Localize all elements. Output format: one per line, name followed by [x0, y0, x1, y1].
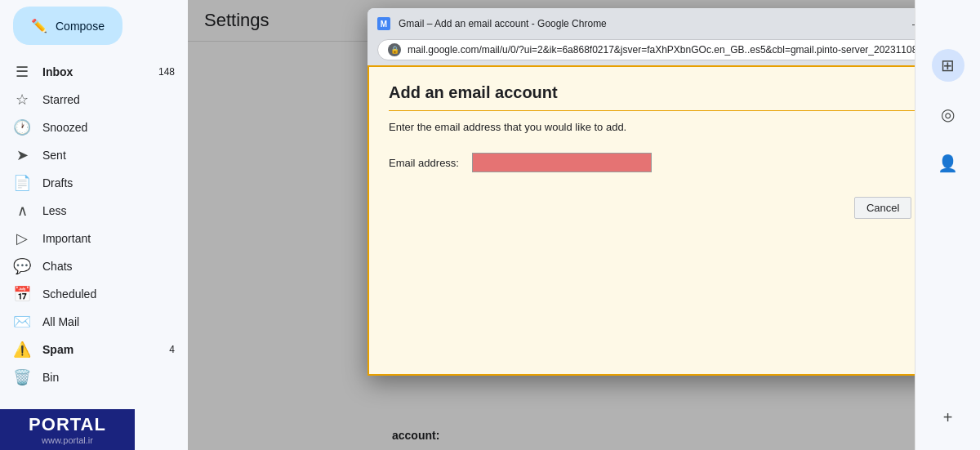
drafts-label: Drafts	[42, 176, 175, 189]
cancel-button[interactable]: Cancel	[854, 197, 911, 219]
chrome-title: Gmail – Add an email account - Google Ch…	[399, 18, 900, 29]
dialog-content: Add an email account Enter the email add…	[368, 65, 915, 376]
chrome-titlebar: M Gmail – Add an email account - Google …	[368, 8, 915, 39]
sent-label: Sent	[42, 149, 175, 162]
portal-badge: PORTAL www.portal.ir	[0, 409, 135, 450]
dialog-title: Add an email account	[389, 83, 915, 111]
chats-icon: 💬	[13, 257, 31, 275]
right-icon-grid[interactable]: ⊞	[932, 49, 964, 82]
snoozed-label: Snoozed	[42, 121, 175, 134]
chats-label: Chats	[42, 260, 175, 273]
sidebar-item-sent[interactable]: ➤ Sent	[0, 141, 188, 169]
allmail-label: All Mail	[42, 315, 175, 328]
important-label: Important	[42, 232, 175, 245]
sidebar-item-snoozed[interactable]: 🕐 Snoozed	[0, 114, 188, 141]
drafts-icon: 📄	[13, 174, 31, 192]
scheduled-icon: 📅	[13, 285, 31, 303]
dialog-subtitle: Enter the email address that you would l…	[389, 121, 915, 133]
dialog-buttons: Cancel Next »	[389, 197, 915, 219]
starred-icon: ☆	[13, 91, 31, 109]
right-icon-person[interactable]: 👤	[932, 147, 964, 180]
less-label: Less	[42, 204, 175, 217]
sidebar-item-inbox[interactable]: ☰ Inbox 148	[0, 58, 188, 86]
portal-url: www.portal.ir	[42, 435, 93, 445]
right-icon-plus[interactable]: +	[932, 401, 964, 434]
address-security-icon: 🔒	[388, 43, 401, 56]
email-input[interactable]	[472, 153, 652, 172]
right-icon-circle[interactable]: ◎	[932, 98, 964, 131]
bin-label: Bin	[42, 371, 175, 384]
sidebar-item-scheduled[interactable]: 📅 Scheduled	[0, 280, 188, 308]
inbox-icon: ☰	[13, 63, 31, 81]
inbox-badge: 148	[158, 66, 175, 78]
email-form-row: Email address:	[389, 153, 915, 172]
allmail-icon: ✉️	[13, 313, 31, 331]
sidebar-item-spam[interactable]: ⚠️ Spam 4	[0, 336, 188, 363]
spam-badge: 4	[169, 344, 175, 355]
favicon-letter: M	[381, 20, 387, 29]
chrome-favicon: M	[377, 17, 390, 30]
sidebar: ✏️ Compose ☰ Inbox 148 ☆ Starred 🕐 Snooz…	[0, 0, 188, 450]
scheduled-label: Scheduled	[42, 287, 175, 301]
right-panel: ⊞ ◎ 👤 +	[915, 0, 980, 450]
sidebar-item-starred[interactable]: ☆ Starred	[0, 86, 188, 114]
compose-label: Compose	[56, 20, 105, 33]
main-content: Settings le Workspace. edit info account…	[188, 0, 915, 450]
spam-label: Spam	[42, 343, 158, 356]
bin-icon: 🗑️	[13, 368, 31, 386]
chrome-controls: — ☐ ✕	[908, 14, 915, 33]
portal-name: PORTAL	[29, 414, 106, 435]
address-text: mail.google.com/mail/u/0/?ui=2&ik=6a868f…	[408, 44, 915, 56]
sent-icon: ➤	[13, 146, 31, 164]
compose-button[interactable]: ✏️ Compose	[13, 7, 122, 45]
chrome-window: M Gmail – Add an email account - Google …	[368, 8, 915, 376]
spam-icon: ⚠️	[13, 341, 31, 359]
minimize-button[interactable]: —	[908, 14, 915, 33]
sidebar-item-chats[interactable]: 💬 Chats	[0, 252, 188, 280]
important-icon: ▷	[13, 229, 31, 247]
sidebar-item-allmail[interactable]: ✉️ All Mail	[0, 308, 188, 336]
sidebar-item-important[interactable]: ▷ Important	[0, 225, 188, 252]
sidebar-item-less[interactable]: ∧ Less	[0, 197, 188, 225]
sidebar-item-bin[interactable]: 🗑️ Bin	[0, 363, 188, 391]
compose-icon: ✏️	[31, 18, 47, 33]
snoozed-icon: 🕐	[13, 118, 31, 136]
sidebar-item-drafts[interactable]: 📄 Drafts	[0, 169, 188, 197]
inbox-label: Inbox	[42, 65, 147, 78]
starred-label: Starred	[42, 93, 175, 106]
chrome-addressbar: 🔒 mail.google.com/mail/u/0/?ui=2&ik=6a86…	[377, 39, 915, 60]
less-icon: ∧	[13, 202, 31, 220]
email-label: Email address:	[389, 157, 459, 169]
